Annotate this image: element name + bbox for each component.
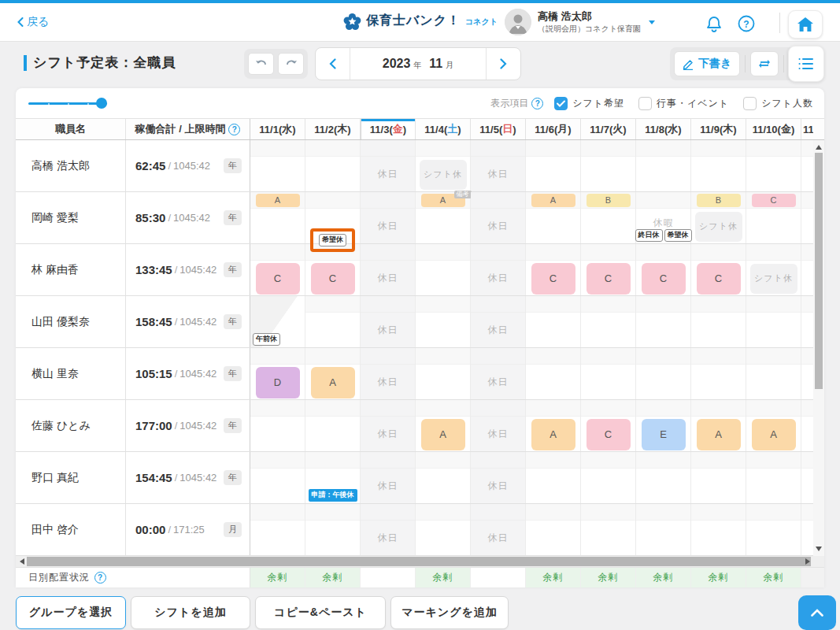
shift-cell-r3-c6[interactable] [581,296,636,347]
display-checkbox-1[interactable]: 行事・イベント [638,97,729,110]
shift-cell-r4-c0[interactable]: D [250,348,305,399]
undo-button[interactable] [248,53,274,75]
shift-cell-r0-c7[interactable] [636,140,691,191]
shift-badge-A[interactable]: A [697,419,741,450]
shift-cell-r6-c4[interactable]: 休日 [471,452,526,503]
shift-cell-r3-c5[interactable] [526,296,581,347]
shift-cell-r6-c9[interactable] [746,452,801,503]
shift-cell-r0-c4[interactable]: 休日 [471,140,526,191]
shift-request-badge-B[interactable]: B [697,194,741,207]
slider-thumb[interactable] [96,98,107,109]
display-checkbox-2[interactable]: シフト人数 [743,97,813,110]
shift-badge-C[interactable]: C [256,263,300,295]
shift-cell-r7-c0[interactable] [250,504,305,555]
current-month-display[interactable]: 2023 年 11 月 [350,48,486,80]
shift-cell-r4-c7[interactable] [636,348,691,399]
shift-cell-r1-c9[interactable]: C [746,192,801,243]
shift-badge-A[interactable]: A [752,419,796,450]
shift-off-box[interactable]: シフト休 [695,212,742,242]
shift-request-badge-C[interactable]: C [752,194,796,207]
shift-cell-r1-c1[interactable]: 希望休 [305,192,361,243]
horizontal-scrollbar[interactable] [16,556,824,567]
shift-badge-C[interactable]: C [311,263,355,295]
column-header-date-11-7[interactable]: 11/7(火) [581,119,636,139]
scroll-up-arrow-icon[interactable] [816,145,822,150]
shift-off-box[interactable]: シフト休 [420,160,467,190]
shift-cell-r0-c5[interactable] [526,140,581,191]
shift-cell-r4-c1[interactable]: A [305,348,361,399]
scroll-down-arrow-icon[interactable] [816,547,822,551]
shift-cell-r2-c8[interactable]: C [691,244,746,295]
back-button[interactable]: 戻る [17,15,49,29]
footer-button-1[interactable]: シフトを追加 [131,596,250,629]
shift-cell-r3-c4[interactable]: 休日 [471,296,526,347]
shift-cell-r4-c9[interactable] [746,348,801,399]
checkbox-checked-icon[interactable] [554,97,568,110]
shift-cell-r3-c1[interactable] [305,296,361,347]
display-checkbox-0[interactable]: シフト希望 [554,97,624,110]
shift-cell-r1-c0[interactable]: A [250,192,305,243]
prev-month-button[interactable] [316,48,350,80]
shift-cell-r5-c9[interactable]: A [746,400,801,451]
shift-cell-r2-c6[interactable]: C [581,244,636,295]
shift-cell-r7-c3[interactable] [416,504,471,555]
scroll-left-arrow-icon[interactable] [20,558,24,565]
shift-request-badge-A[interactable]: A [531,194,575,207]
user-menu[interactable]: 高橋 浩太郎 （説明会用）コネクト保育園 [505,9,655,35]
shift-cell-r1-c3[interactable]: A備考 [416,192,471,243]
shift-cell-r1-c5[interactable]: A [526,192,581,243]
shift-cell-r1-c6[interactable]: B [581,192,636,243]
shift-cell-r0-c1[interactable] [305,140,361,191]
shift-badge-C[interactable]: C [587,419,631,450]
shift-cell-r5-c2[interactable]: 休日 [361,400,416,451]
shift-cell-r5-c6[interactable]: C [581,400,636,451]
shift-cell-r2-c7[interactable]: C [636,244,691,295]
daily-allocation-help-icon[interactable]: ? [94,572,106,584]
shift-cell-r4-c4[interactable]: 休日 [471,348,526,399]
shift-cell-r1-c8[interactable]: Bシフト休 [691,192,746,243]
shift-cell-r3-c0[interactable]: 午前休 [250,296,305,347]
shift-cell-r7-c8[interactable] [691,504,746,555]
shift-cell-r4-c8[interactable] [691,348,746,399]
shift-cell-r6-c8[interactable] [691,452,746,503]
shift-cell-r0-c9[interactable] [746,140,801,191]
shift-cell-r0-c8[interactable] [691,140,746,191]
shift-cell-r3-c3[interactable] [416,296,471,347]
shift-cell-r7-c5[interactable] [526,504,581,555]
shift-cell-r6-c6[interactable] [581,452,636,503]
shift-cell-r2-c2[interactable]: 休日 [361,244,416,295]
shift-cell-r6-c2[interactable]: 休日 [361,452,416,503]
checkbox-unchecked-icon[interactable] [743,97,757,110]
shift-cell-r5-c4[interactable]: 休日 [471,400,526,451]
shift-cell-r7-c9[interactable] [746,504,801,555]
column-header-date-11-10[interactable]: 11/10(金) [746,119,801,139]
horizontal-scroll-thumb[interactable] [27,557,811,566]
hours-help-icon[interactable]: ? [228,124,240,135]
shift-cell-r2-c4[interactable]: 休日 [471,244,526,295]
shift-cell-r0-c6[interactable] [581,140,636,191]
sync-button[interactable] [750,51,779,76]
shift-cell-r7-c2[interactable]: 休日 [361,504,416,555]
shift-cell-r6-c5[interactable] [526,452,581,503]
shift-cell-r2-c9[interactable]: シフト休 [746,244,801,295]
shift-cell-r5-c5[interactable]: A [526,400,581,451]
shift-cell-r7-c7[interactable] [636,504,691,555]
shift-cell-r7-c4[interactable]: 休日 [471,504,526,555]
shift-cell-r1-c2[interactable]: 休日 [361,192,416,243]
notification-bell-button[interactable] [706,16,722,33]
shift-cell-r0-c2[interactable]: 休日 [361,140,416,191]
shift-cell-r3-c2[interactable]: 休日 [361,296,416,347]
column-header-date-11-9[interactable]: 11/9(木) [691,119,746,139]
shift-cell-r4-c5[interactable] [526,348,581,399]
column-header-date-11-5[interactable]: 11/5(日) [471,119,526,139]
shift-badge-C[interactable]: C [642,263,686,295]
shift-cell-r6-c7[interactable] [636,452,691,503]
shift-cell-r4-c2[interactable]: 休日 [361,348,416,399]
shift-cell-r5-c3[interactable]: A [416,400,471,451]
column-header-date-11-4[interactable]: 11/4(土) [416,119,471,139]
shift-cell-r6-c1[interactable]: 申請：午後休 [305,452,361,503]
shift-cell-r6-c3[interactable] [416,452,471,503]
shift-request-badge-A[interactable]: A備考 [421,194,465,207]
redo-button[interactable] [278,53,304,75]
column-header-date-11-1[interactable]: 11/1(水) [250,119,305,139]
